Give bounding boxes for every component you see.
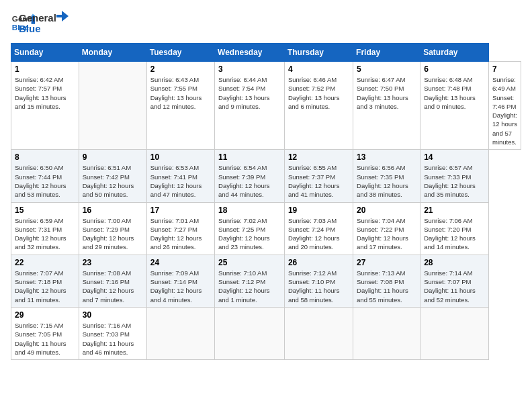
day-number: 25	[218, 258, 281, 267]
day-info: Sunrise: 7:10 AM Sunset: 7:12 PM Dayligh…	[218, 269, 281, 304]
logo-blue: Blue	[19, 24, 56, 35]
calendar-cell: 27 Sunrise: 7:13 AM Sunset: 7:08 PM Dayl…	[353, 255, 420, 307]
calendar-cell: 18 Sunrise: 7:02 AM Sunset: 7:25 PM Dayl…	[215, 202, 285, 255]
day-number: 4	[288, 64, 349, 74]
col-thursday: Thursday	[284, 44, 353, 62]
day-number: 28	[424, 258, 485, 267]
col-saturday: Saturday	[420, 44, 489, 62]
day-number: 18	[218, 205, 281, 215]
calendar-cell	[79, 62, 146, 150]
calendar-cell	[146, 307, 214, 359]
calendar-cell	[284, 307, 353, 359]
day-number: 30	[83, 310, 143, 320]
calendar-cell: 30 Sunrise: 7:16 AM Sunset: 7:03 PM Dayl…	[79, 307, 146, 359]
day-info: Sunrise: 6:43 AM Sunset: 7:55 PM Dayligh…	[150, 75, 211, 111]
calendar-row: 8 Sunrise: 6:50 AM Sunset: 7:44 PM Dayli…	[11, 150, 521, 202]
day-info: Sunrise: 7:16 AM Sunset: 7:03 PM Dayligh…	[83, 321, 143, 357]
day-info: Sunrise: 6:42 AM Sunset: 7:57 PM Dayligh…	[15, 75, 75, 111]
day-number: 1	[15, 64, 75, 74]
day-info: Sunrise: 6:53 AM Sunset: 7:41 PM Dayligh…	[150, 163, 211, 199]
day-number: 9	[83, 152, 143, 162]
calendar-cell: 1 Sunrise: 6:42 AM Sunset: 7:57 PM Dayli…	[11, 62, 79, 150]
calendar-cell: 3 Sunrise: 6:44 AM Sunset: 7:54 PM Dayli…	[215, 62, 285, 150]
calendar-cell: 24 Sunrise: 7:09 AM Sunset: 7:14 PM Dayl…	[146, 255, 214, 307]
calendar-cell	[420, 307, 489, 359]
day-info: Sunrise: 7:09 AM Sunset: 7:14 PM Dayligh…	[150, 269, 211, 304]
calendar-header-row: Sunday Monday Tuesday Wednesday Thursday…	[11, 44, 521, 62]
calendar-cell: 19 Sunrise: 7:03 AM Sunset: 7:24 PM Dayl…	[284, 202, 353, 255]
calendar-cell: 9 Sunrise: 6:51 AM Sunset: 7:42 PM Dayli…	[79, 150, 146, 202]
day-info: Sunrise: 6:46 AM Sunset: 7:52 PM Dayligh…	[288, 75, 349, 111]
col-friday: Friday	[353, 44, 420, 62]
day-info: Sunrise: 6:44 AM Sunset: 7:54 PM Dayligh…	[218, 75, 281, 111]
day-number: 20	[357, 205, 416, 215]
col-tuesday: Tuesday	[146, 44, 214, 62]
day-info: Sunrise: 6:51 AM Sunset: 7:42 PM Dayligh…	[83, 163, 143, 199]
day-number: 27	[357, 258, 416, 267]
day-number: 14	[424, 152, 485, 162]
day-info: Sunrise: 7:14 AM Sunset: 7:07 PM Dayligh…	[424, 269, 485, 304]
calendar-cell: 11 Sunrise: 6:54 AM Sunset: 7:39 PM Dayl…	[215, 150, 285, 202]
calendar-row: 1 Sunrise: 6:42 AM Sunset: 7:57 PM Dayli…	[11, 62, 521, 150]
col-wednesday: Wednesday	[215, 44, 285, 62]
day-number: 5	[357, 64, 416, 74]
day-info: Sunrise: 7:02 AM Sunset: 7:25 PM Dayligh…	[218, 216, 281, 252]
calendar-cell: 22 Sunrise: 7:07 AM Sunset: 7:18 PM Dayl…	[11, 255, 79, 307]
day-number: 11	[218, 152, 281, 162]
day-number: 29	[15, 310, 75, 320]
day-number: 8	[15, 152, 75, 162]
day-number: 2	[150, 64, 211, 74]
day-number: 22	[15, 258, 75, 267]
calendar-cell	[215, 307, 285, 359]
calendar-cell: 10 Sunrise: 6:53 AM Sunset: 7:41 PM Dayl…	[146, 150, 214, 202]
calendar-cell: 25 Sunrise: 7:10 AM Sunset: 7:12 PM Dayl…	[215, 255, 285, 307]
day-number: 12	[288, 152, 349, 162]
calendar-row: 29 Sunrise: 7:15 AM Sunset: 7:05 PM Dayl…	[11, 307, 521, 359]
calendar-cell: 8 Sunrise: 6:50 AM Sunset: 7:44 PM Dayli…	[11, 150, 79, 202]
day-number: 26	[288, 258, 349, 267]
calendar-cell: 7 Sunrise: 6:49 AM Sunset: 7:46 PM Dayli…	[488, 62, 521, 150]
day-number: 7	[492, 64, 517, 74]
day-info: Sunrise: 7:13 AM Sunset: 7:08 PM Dayligh…	[357, 269, 416, 304]
day-info: Sunrise: 6:47 AM Sunset: 7:50 PM Dayligh…	[357, 75, 416, 111]
day-info: Sunrise: 6:49 AM Sunset: 7:46 PM Dayligh…	[492, 75, 517, 146]
calendar-cell: 16 Sunrise: 7:00 AM Sunset: 7:29 PM Dayl…	[79, 202, 146, 255]
calendar-cell: 15 Sunrise: 6:59 AM Sunset: 7:31 PM Dayl…	[11, 202, 79, 255]
calendar-cell: 29 Sunrise: 7:15 AM Sunset: 7:05 PM Dayl…	[11, 307, 79, 359]
calendar-cell: 20 Sunrise: 7:04 AM Sunset: 7:22 PM Dayl…	[353, 202, 420, 255]
day-number: 6	[424, 64, 485, 74]
day-number: 3	[218, 64, 281, 74]
calendar-cell: 28 Sunrise: 7:14 AM Sunset: 7:07 PM Dayl…	[420, 255, 489, 307]
calendar-cell: 12 Sunrise: 6:55 AM Sunset: 7:37 PM Dayl…	[284, 150, 353, 202]
calendar-cell: 14 Sunrise: 6:57 AM Sunset: 7:33 PM Dayl…	[420, 150, 489, 202]
day-info: Sunrise: 6:59 AM Sunset: 7:31 PM Dayligh…	[15, 216, 75, 252]
day-info: Sunrise: 6:48 AM Sunset: 7:48 PM Dayligh…	[424, 75, 485, 111]
day-info: Sunrise: 7:00 AM Sunset: 7:29 PM Dayligh…	[83, 216, 143, 252]
logo-general: General	[19, 13, 56, 24]
day-info: Sunrise: 7:06 AM Sunset: 7:20 PM Dayligh…	[424, 216, 485, 252]
day-info: Sunrise: 6:50 AM Sunset: 7:44 PM Dayligh…	[15, 163, 75, 199]
calendar-cell: 2 Sunrise: 6:43 AM Sunset: 7:55 PM Dayli…	[146, 62, 214, 150]
col-monday: Monday	[79, 44, 146, 62]
day-info: Sunrise: 6:56 AM Sunset: 7:35 PM Dayligh…	[357, 163, 416, 199]
calendar-cell: 13 Sunrise: 6:56 AM Sunset: 7:35 PM Dayl…	[353, 150, 420, 202]
day-info: Sunrise: 6:54 AM Sunset: 7:39 PM Dayligh…	[218, 163, 281, 199]
day-info: Sunrise: 7:04 AM Sunset: 7:22 PM Dayligh…	[357, 216, 416, 252]
calendar-cell: 5 Sunrise: 6:47 AM Sunset: 7:50 PM Dayli…	[353, 62, 420, 150]
day-number: 21	[424, 205, 485, 215]
day-number: 16	[83, 205, 143, 215]
calendar-table: Sunday Monday Tuesday Wednesday Thursday…	[11, 43, 521, 360]
day-info: Sunrise: 7:03 AM Sunset: 7:24 PM Dayligh…	[288, 216, 349, 252]
logo-arrow-icon	[56, 9, 70, 30]
calendar-cell: 21 Sunrise: 7:06 AM Sunset: 7:20 PM Dayl…	[420, 202, 489, 255]
day-info: Sunrise: 7:15 AM Sunset: 7:05 PM Dayligh…	[15, 321, 75, 357]
day-info: Sunrise: 6:57 AM Sunset: 7:33 PM Dayligh…	[424, 163, 485, 199]
day-info: Sunrise: 7:08 AM Sunset: 7:16 PM Dayligh…	[83, 269, 143, 304]
day-number: 23	[83, 258, 143, 267]
calendar-cell: 23 Sunrise: 7:08 AM Sunset: 7:16 PM Dayl…	[79, 255, 146, 307]
calendar-cell: 17 Sunrise: 7:01 AM Sunset: 7:27 PM Dayl…	[146, 202, 214, 255]
svg-marker-5	[56, 11, 69, 21]
day-info: Sunrise: 7:12 AM Sunset: 7:10 PM Dayligh…	[288, 269, 349, 304]
calendar-row: 15 Sunrise: 6:59 AM Sunset: 7:31 PM Dayl…	[11, 202, 521, 255]
day-number: 13	[357, 152, 416, 162]
